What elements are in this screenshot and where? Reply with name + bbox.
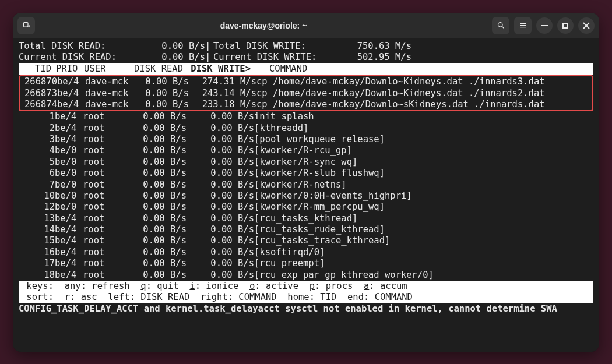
table-row: 13be/4root0.00 B/s0.00 B/s[rcu_tasks_kth…: [19, 213, 593, 224]
cell-user: root: [83, 213, 133, 224]
cell-disk-write: 274.31 M/s: [189, 76, 256, 87]
table-row: 17be/4root0.00 B/s0.00 B/s[rcu_preempt]: [19, 258, 593, 269]
table-row: 14be/4root0.00 B/s0.00 B/s[rcu_tasks_rud…: [19, 224, 593, 235]
cell-prio: be/4: [55, 224, 83, 235]
cell-command: cp /home/dave-mckay/Downlo~Kidneys.dat .…: [256, 76, 591, 87]
search-button[interactable]: [492, 17, 509, 34]
cell-command: [kworker/R-mm_percpu_wq]: [254, 202, 593, 213]
cell-tid: 266873: [21, 88, 57, 99]
cell-disk-read: 0.00 B/s: [133, 157, 187, 168]
close-icon: [582, 22, 590, 30]
table-row: 6be/0root0.00 B/s0.00 B/s[kworker/R-slub…: [19, 168, 593, 179]
table-row: 266873be/4dave-mck0.00 B/s243.14 M/scp /…: [21, 88, 591, 99]
terminal-window: dave-mckay@oriole: ~ Total DISK R: [13, 13, 599, 352]
cell-disk-read: 0.00 B/s: [135, 99, 189, 110]
cell-disk-write: 233.18 M/s: [189, 99, 256, 110]
cell-disk-read: 0.00 B/s: [133, 213, 187, 224]
table-row: 3be/4root0.00 B/s0.00 B/s[pool_workqueue…: [19, 134, 593, 145]
cell-user: root: [83, 157, 133, 168]
footer-sort: sort: r: asc left: DISK READ right: COMM…: [19, 292, 593, 303]
header-user: USER: [84, 63, 134, 75]
cell-disk-read: 0.00 B/s: [133, 224, 187, 235]
cell-disk-read: 0.00 B/s: [133, 145, 187, 156]
cell-tid: 16: [19, 247, 55, 258]
cell-disk-read: 0.00 B/s: [133, 235, 187, 246]
cell-disk-read: 0.00 B/s: [133, 247, 187, 258]
search-icon: [497, 21, 505, 30]
cell-command: [rcu_tasks_rude_kthread]: [254, 224, 593, 235]
table-row: 266874be/4dave-mck0.00 B/s233.18 M/scp /…: [21, 99, 591, 110]
cell-user: root: [83, 270, 133, 281]
cell-prio: be/4: [55, 213, 83, 224]
cell-command: init splash: [254, 111, 593, 122]
new-tab-icon: [22, 21, 31, 30]
cell-command: [kworker/R-netns]: [254, 179, 593, 190]
header-disk-read: DISK READ: [134, 63, 188, 75]
cell-tid: 10: [19, 190, 55, 202]
table-row: 5be/0root0.00 B/s0.00 B/s[kworker/R-sync…: [19, 157, 593, 168]
cell-prio: be/0: [55, 145, 83, 156]
cell-disk-write: 0.00 B/s: [187, 190, 254, 202]
new-tab-button[interactable]: [17, 17, 35, 34]
table-row: 10be/0root0.00 B/s0.00 B/s[kworker/0:0H-…: [19, 190, 593, 202]
cell-user: root: [83, 258, 133, 269]
total-read-value: 0.00 B/s: [124, 41, 205, 52]
cell-user: dave-mck: [85, 99, 135, 110]
cell-tid: 18: [19, 270, 55, 281]
maximize-button[interactable]: [557, 17, 574, 34]
cell-command: cp /home/dave-mckay/Downlo~Kidneys.dat .…: [256, 88, 591, 99]
cell-tid: 2: [19, 123, 55, 134]
table-row: 18be/4root0.00 B/s0.00 B/s[rcu_exp_par_g…: [19, 270, 593, 281]
io-summary: Total DISK READ: 0.00 B/s | Total DISK W…: [19, 41, 411, 63]
cell-prio: be/0: [55, 190, 83, 202]
table-row: 4be/0root0.00 B/s0.00 B/s[kworker/R-rcu_…: [19, 145, 593, 156]
cell-tid: 266870: [21, 76, 57, 87]
cell-disk-write: 0.00 B/s: [187, 213, 254, 224]
cell-disk-write: 0.00 B/s: [187, 247, 254, 258]
cell-user: root: [83, 145, 133, 156]
cell-tid: 266874: [21, 99, 57, 110]
table-row: 2be/4root0.00 B/s0.00 B/s[kthreadd]: [19, 123, 593, 134]
cell-disk-read: 0.00 B/s: [133, 202, 187, 213]
header-command: COMMAND: [269, 63, 307, 75]
cell-prio: be/4: [55, 270, 83, 281]
process-header: TID PRIO USER DISK READ DISK WRITE> COMM…: [19, 63, 593, 75]
footer-keys: keys: any: refresh q: quit i: ionice o: …: [19, 281, 593, 292]
cell-command: [kworker/R-rcu_gp]: [254, 145, 593, 156]
terminal-content[interactable]: Total DISK READ: 0.00 B/s | Total DISK W…: [13, 38, 599, 352]
minimize-button[interactable]: [536, 17, 553, 34]
summary-sep-1: |: [205, 41, 213, 52]
cell-user: dave-mck: [85, 76, 135, 87]
cell-disk-read: 0.00 B/s: [133, 258, 187, 269]
cell-tid: 1: [19, 111, 55, 122]
close-button[interactable]: [578, 17, 595, 34]
cell-tid: 3: [19, 134, 55, 145]
cell-disk-write: 0.00 B/s: [187, 111, 254, 122]
cell-prio: be/4: [55, 123, 83, 134]
header-tid: TID: [20, 63, 56, 75]
cell-disk-write: 0.00 B/s: [187, 258, 254, 269]
cell-user: root: [83, 123, 133, 134]
cell-disk-read: 0.00 B/s: [133, 270, 187, 281]
cell-disk-read: 0.00 B/s: [133, 111, 187, 122]
menu-button[interactable]: [514, 17, 532, 34]
table-row: 266870be/4dave-mck0.00 B/s274.31 M/scp /…: [21, 76, 591, 87]
cell-command: [kworker/0:0H-events_highpri]: [254, 190, 593, 202]
cell-command: [rcu_exp_par_gp_kthread_worker/0]: [254, 270, 593, 281]
cell-tid: 5: [19, 157, 55, 168]
cell-prio: be/4: [55, 258, 83, 269]
cell-command: [ksoftirqd/0]: [254, 247, 593, 258]
cell-tid: 6: [19, 168, 55, 179]
cell-tid: 17: [19, 258, 55, 269]
cell-disk-read: 0.00 B/s: [133, 190, 187, 202]
cell-command: [kthreadd]: [254, 123, 593, 134]
cell-user: root: [83, 179, 133, 190]
cell-disk-write: 0.00 B/s: [187, 202, 254, 213]
cell-disk-write: 0.00 B/s: [187, 145, 254, 156]
cell-disk-write: 243.14 M/s: [189, 88, 256, 99]
window-title: dave-mckay@oriole: ~: [35, 21, 492, 30]
cell-command: [pool_workqueue_release]: [254, 134, 593, 145]
table-row: 12be/0root0.00 B/s0.00 B/s[kworker/R-mm_…: [19, 202, 593, 213]
cell-disk-read: 0.00 B/s: [133, 123, 187, 134]
cell-command: [kworker/R-sync_wq]: [254, 157, 593, 168]
